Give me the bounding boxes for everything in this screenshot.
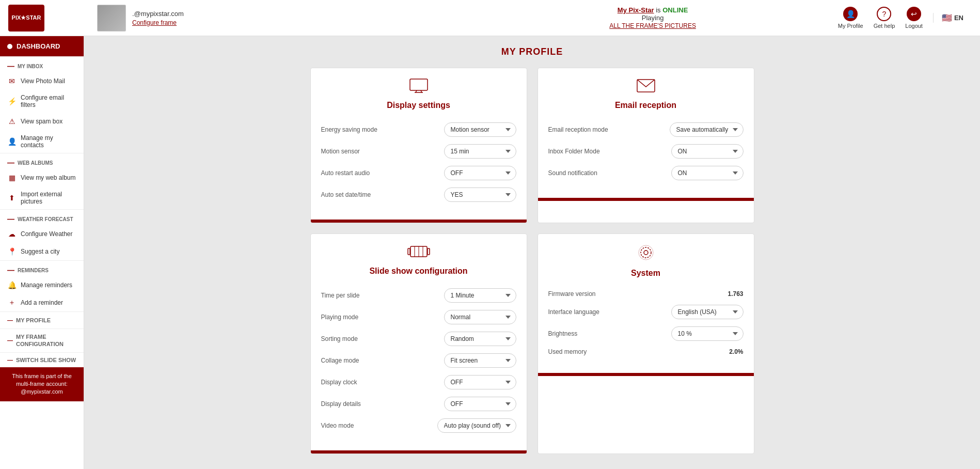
firmware-version-label: Firmware version: [548, 290, 728, 298]
email-reception-header: Email reception: [538, 68, 754, 117]
slideshow-icon: [407, 244, 430, 262]
language-selector[interactable]: 🇺🇸 EN: [933, 13, 963, 23]
my-profile-button[interactable]: 👤 My Profile: [838, 7, 863, 29]
energy-saving-row: Energy saving mode Motion sensor OFF 15 …: [321, 122, 516, 137]
sound-notification-select[interactable]: ON OFF: [671, 166, 744, 180]
display-settings-title: Display settings: [387, 101, 450, 110]
email-reception-mode-select[interactable]: Save automatically Manual: [670, 122, 744, 137]
display-settings-header: Display settings: [311, 68, 527, 117]
logout-button[interactable]: ↩ Logout: [905, 7, 923, 29]
brightness-label: Brightness: [548, 330, 671, 337]
spam-icon: ⚠: [7, 117, 17, 126]
interface-language-label: Interface language: [548, 308, 671, 316]
motion-sensor-label: Motion sensor: [321, 148, 444, 155]
mypixstar-link[interactable]: My Pix-Star: [618, 6, 654, 14]
system-title: System: [631, 269, 660, 278]
frame-details: .@mypixstar.com Configure frame: [132, 10, 184, 26]
online-status: My Pix-Star is ONLINE Playing ALL THE FR…: [467, 6, 837, 29]
sorting-mode-row: Sorting mode Random By date Alphabetical: [321, 332, 516, 346]
collage-mode-label: Collage mode: [321, 357, 444, 364]
banner-email: @mypixstar.com: [21, 388, 62, 395]
auto-set-datetime-row: Auto set date/time YES NO: [321, 187, 516, 202]
email-reception-footer: [538, 198, 754, 201]
sidebar-item-suggest-city[interactable]: 📍 Suggest a city: [0, 243, 84, 260]
display-clock-select[interactable]: OFF ON: [444, 375, 516, 389]
sidebar-item-configure-weather[interactable]: ☁ Configure Weather: [0, 225, 84, 243]
slideshow-footer: [311, 450, 527, 454]
slideshow-card: Slide show configuration Time per slide …: [310, 233, 527, 454]
sidebar-item-import-pictures[interactable]: ⬆ Import external pictures: [0, 186, 84, 209]
firmware-version-row: Firmware version 1.763: [548, 290, 744, 298]
energy-saving-select[interactable]: Motion sensor OFF 15 min 30 min: [444, 122, 516, 137]
firmware-version-value: 1.763: [728, 290, 743, 298]
auto-restart-audio-label: Auto restart audio: [321, 169, 444, 177]
profile-icon: 👤: [843, 7, 858, 21]
frame-thumbnail: [97, 5, 126, 32]
cards-grid: Display settings Energy saving mode Moti…: [310, 68, 754, 454]
banner-text: This frame is part of the multi-frame ac…: [12, 373, 72, 387]
header-right: 👤 My Profile ? Get help ↩ Logout 🇺🇸 EN: [838, 7, 972, 29]
online-badge: ONLINE: [662, 6, 688, 14]
flag-icon: 🇺🇸: [942, 13, 952, 23]
email-reception-card: Email reception Email reception mode Sav…: [538, 68, 754, 223]
view-photo-mail-label: View Photo Mail: [21, 77, 65, 85]
video-mode-select[interactable]: Auto play (sound off) Auto play (sound o…: [437, 418, 516, 433]
sidebar-item-manage-contacts[interactable]: 👤 Manage my contacts: [0, 130, 84, 153]
display-details-select[interactable]: OFF ON: [444, 397, 516, 411]
email-reception-body: Email reception mode Save automatically …: [538, 117, 754, 198]
sidebar-item-view-spam-box[interactable]: ⚠ View spam box: [0, 113, 84, 130]
sidebar-item-dashboard[interactable]: DASHBOARD: [0, 36, 84, 56]
time-per-slide-select[interactable]: 1 Minute 5 Seconds 10 Seconds 30 Seconds…: [444, 288, 516, 303]
system-icon: [638, 244, 654, 264]
configure-frame-link[interactable]: Configure frame: [132, 19, 184, 26]
reminders-icon: 🔔: [7, 280, 17, 290]
sidebar-item-manage-reminders[interactable]: 🔔 Manage reminders: [0, 276, 84, 294]
frame-info: .@mypixstar.com Configure frame: [91, 5, 467, 32]
logo-text: PIX★STAR: [12, 14, 41, 21]
brightness-row: Brightness 10 % 20 % 50 % 100 %: [548, 326, 744, 341]
add-reminder-icon: ＋: [7, 298, 17, 307]
display-settings-footer: [311, 220, 527, 223]
email-reception-mode-row: Email reception mode Save automatically …: [548, 122, 744, 137]
email-reception-title: Email reception: [615, 101, 676, 110]
app-body: DASHBOARD MY INBOX ✉ View Photo Mail ⚡ C…: [0, 36, 980, 469]
time-per-slide-label: Time per slide: [321, 292, 444, 299]
svg-point-11: [644, 251, 648, 255]
sidebar-item-add-reminder[interactable]: ＋ Add a reminder: [0, 294, 84, 311]
inbox-folder-mode-row: Inbox Folder Mode ON OFF: [548, 144, 744, 159]
collage-mode-row: Collage mode Fit screen Fill screen OFF: [321, 353, 516, 368]
sidebar-item-view-web-album[interactable]: ▦ View my web album: [0, 169, 84, 186]
logo-box: PIX★STAR: [8, 5, 44, 32]
view-web-album-label: View my web album: [21, 174, 76, 181]
page-title: MY PROFILE: [94, 46, 970, 57]
sorting-mode-select[interactable]: Random By date Alphabetical: [444, 332, 516, 346]
sound-notification-label: Sound notification: [548, 169, 671, 177]
interface-language-row: Interface language English (USA) French …: [548, 305, 744, 319]
all-pictures-link[interactable]: ALL THE FRAME'S PICTURES: [609, 22, 696, 29]
interface-language-select[interactable]: English (USA) French Spanish German: [671, 305, 744, 319]
svg-point-12: [641, 247, 651, 258]
add-reminder-label: Add a reminder: [21, 299, 63, 306]
inbox-folder-mode-select[interactable]: ON OFF: [671, 144, 744, 159]
playing-mode-select[interactable]: Normal Random: [444, 310, 516, 324]
logout-label: Logout: [905, 23, 923, 29]
system-header: System: [538, 234, 754, 285]
auto-set-datetime-select[interactable]: YES NO: [444, 187, 516, 202]
sidebar-item-configure-email-filters[interactable]: ⚡ Configure email filters: [0, 90, 84, 113]
sidebar-section-web-albums: WEB ALBUMS: [0, 153, 84, 169]
sidebar-section-my-profile: MY PROFILE: [0, 311, 84, 329]
collage-mode-select[interactable]: Fit screen Fill screen OFF: [444, 353, 516, 368]
playing-text: Playing: [467, 14, 837, 22]
motion-sensor-row: Motion sensor 15 min 5 min 30 min OFF: [321, 144, 516, 159]
sidebar-item-view-photo-mail[interactable]: ✉ View Photo Mail: [0, 72, 84, 90]
motion-sensor-select[interactable]: 15 min 5 min 30 min OFF: [444, 144, 516, 159]
display-details-row: Display details OFF ON: [321, 397, 516, 411]
get-help-button[interactable]: ? Get help: [874, 7, 895, 29]
system-footer: [538, 373, 754, 376]
auto-restart-audio-select[interactable]: OFF ON: [444, 166, 516, 180]
brightness-select[interactable]: 10 % 20 % 50 % 100 %: [671, 326, 744, 341]
lang-text: EN: [954, 14, 963, 22]
sidebar-section-weather: WEATHER FORECAST: [0, 209, 84, 225]
configure-email-filters-label: Configure email filters: [21, 94, 76, 108]
svg-rect-0: [410, 79, 428, 90]
